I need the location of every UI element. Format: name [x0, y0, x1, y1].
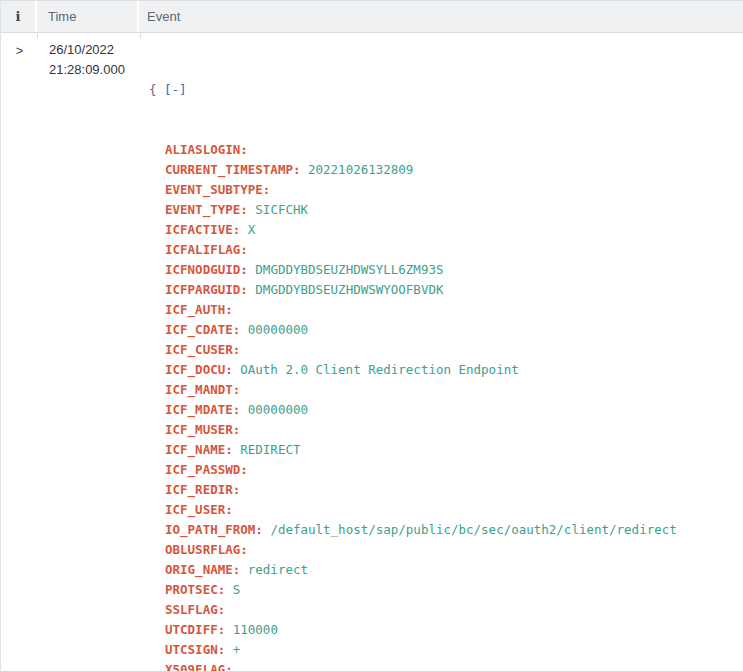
json-field-line: ICF_CUSER:	[149, 340, 743, 360]
event-date-text: 26/10/2022	[49, 40, 141, 60]
json-field-key[interactable]: ICF_NAME:	[165, 442, 233, 457]
json-field-line: ICF_NAME: REDIRECT	[149, 440, 743, 460]
json-field-line: CURRENT_TIMESTAMP: 20221026132809	[149, 160, 743, 180]
json-field-key[interactable]: EVENT_TYPE:	[165, 202, 248, 217]
json-field-key[interactable]: ICF_MDATE:	[165, 402, 240, 417]
json-field-line: ICF_REDIR:	[149, 480, 743, 500]
json-field-key[interactable]: ICFACTIVE:	[165, 222, 240, 237]
json-field-line: SSLFLAG:	[149, 600, 743, 620]
json-field-value[interactable]: OAuth 2.0 Client Redirection Endpoint	[240, 362, 518, 377]
json-field-key[interactable]: UTCSIGN:	[165, 642, 225, 657]
json-field-key[interactable]: ICF_CUSER:	[165, 342, 240, 357]
json-field-key[interactable]: ALIASLOGIN:	[165, 142, 248, 157]
json-field-key[interactable]: CURRENT_TIMESTAMP:	[165, 162, 300, 177]
json-field-value[interactable]: X	[248, 222, 256, 237]
json-field-value[interactable]: 20221026132809	[308, 162, 413, 177]
json-field-key[interactable]: ICF_MANDT:	[165, 382, 240, 397]
json-field-line: OBLUSRFLAG:	[149, 540, 743, 560]
json-field-key[interactable]: ICFPARGUID:	[165, 282, 248, 297]
json-field-value[interactable]: redirect	[248, 562, 308, 577]
json-field-line: X509FLAG:	[149, 660, 743, 672]
json-field-line: ICFNODGUID: DMGDDYBDSEUZHDWSYLL6ZM93S	[149, 260, 743, 280]
json-field-line: ORIG_NAME: redirect	[149, 560, 743, 580]
json-field-value[interactable]: S	[233, 582, 241, 597]
event-cell: { [-] ALIASLOGIN:CURRENT_TIMESTAMP: 2022…	[141, 33, 743, 672]
json-field-line: ICF_MANDT:	[149, 380, 743, 400]
json-collapse-toggle[interactable]: [-]	[164, 82, 187, 97]
json-field-line: ICF_USER:	[149, 500, 743, 520]
json-field-key[interactable]: X509FLAG:	[165, 662, 233, 672]
json-field-key[interactable]: ICF_DOCU:	[165, 362, 233, 377]
json-field-value[interactable]: 00000000	[248, 322, 308, 337]
json-field-line: ICF_CDATE: 00000000	[149, 320, 743, 340]
json-field-key[interactable]: ICFNODGUID:	[165, 262, 248, 277]
event-info-cell: >	[1, 33, 38, 672]
json-field-key[interactable]: ICF_CDATE:	[165, 322, 240, 337]
json-field-line: ICFALIFLAG:	[149, 240, 743, 260]
open-brace: {	[149, 82, 157, 97]
json-field-value[interactable]: /default_host/sap/public/bc/sec/oauth2/c…	[270, 522, 676, 537]
json-field-key[interactable]: ICFALIFLAG:	[165, 242, 248, 257]
json-field-line: ICF_PASSWD:	[149, 460, 743, 480]
json-field-line: ICF_AUTH:	[149, 300, 743, 320]
json-field-line: PROTSEC: S	[149, 580, 743, 600]
json-field-line: UTCDIFF: 110000	[149, 620, 743, 640]
json-field-value[interactable]: 110000	[233, 622, 278, 637]
json-field-key[interactable]: UTCDIFF:	[165, 622, 225, 637]
json-field-line: ALIASLOGIN:	[149, 140, 743, 160]
events-table: i Time Event > 26/10/2022 21:28:09.000 {…	[0, 0, 743, 672]
json-field-value[interactable]: DMGDDYBDSEUZHDWSYLL6ZM93S	[255, 262, 443, 277]
json-field-key[interactable]: ORIG_NAME:	[165, 562, 240, 577]
json-field-line: ICF_DOCU: OAuth 2.0 Client Redirection E…	[149, 360, 743, 380]
json-field-line: IO_PATH_FROM: /default_host/sap/public/b…	[149, 520, 743, 540]
json-field-key[interactable]: ICF_PASSWD:	[165, 462, 248, 477]
json-field-line: EVENT_SUBTYPE:	[149, 180, 743, 200]
json-field-line: ICFPARGUID: DMGDDYBDSEUZHDWSWYOOFBVDK	[149, 280, 743, 300]
table-header: i Time Event	[1, 0, 743, 33]
event-time-text: 21:28:09.000	[49, 60, 141, 80]
json-field-key[interactable]: IO_PATH_FROM:	[165, 522, 263, 537]
json-field-line: ICFACTIVE: X	[149, 220, 743, 240]
json-field-value[interactable]: 00000000	[248, 402, 308, 417]
json-field-key[interactable]: OBLUSRFLAG:	[165, 542, 248, 557]
json-field-line: EVENT_TYPE: SICFCHK	[149, 200, 743, 220]
json-field-line: UTCSIGN: +	[149, 640, 743, 660]
json-field-value[interactable]: +	[233, 642, 241, 657]
event-json: { [-] ALIASLOGIN:CURRENT_TIMESTAMP: 2022…	[149, 40, 743, 672]
event-row: > 26/10/2022 21:28:09.000 { [-] ALIASLOG…	[1, 33, 743, 672]
json-field-key[interactable]: EVENT_SUBTYPE:	[165, 182, 270, 197]
expand-event-toggle-icon[interactable]: >	[16, 41, 24, 61]
json-field-key[interactable]: SSLFLAG:	[165, 602, 225, 617]
json-field-value[interactable]: DMGDDYBDSEUZHDWSWYOOFBVDK	[255, 282, 443, 297]
json-field-key[interactable]: ICF_REDIR:	[165, 482, 240, 497]
json-field-key[interactable]: ICF_AUTH:	[165, 302, 233, 317]
event-time[interactable]: 26/10/2022 21:28:09.000	[38, 33, 141, 672]
json-field-value[interactable]: REDIRECT	[240, 442, 300, 457]
json-fields: ALIASLOGIN:CURRENT_TIMESTAMP: 2022102613…	[149, 140, 743, 672]
json-field-key[interactable]: PROTSEC:	[165, 582, 225, 597]
column-header-info: i	[1, 1, 37, 32]
json-open-line: { [-]	[149, 80, 743, 100]
json-field-line: ICF_MDATE: 00000000	[149, 400, 743, 420]
column-header-event: Event	[139, 1, 743, 32]
json-field-key[interactable]: ICF_USER:	[165, 502, 233, 517]
json-field-value[interactable]: SICFCHK	[255, 202, 308, 217]
json-field-line: ICF_MUSER:	[149, 420, 743, 440]
json-field-key[interactable]: ICF_MUSER:	[165, 422, 240, 437]
column-header-time: Time	[37, 1, 139, 32]
